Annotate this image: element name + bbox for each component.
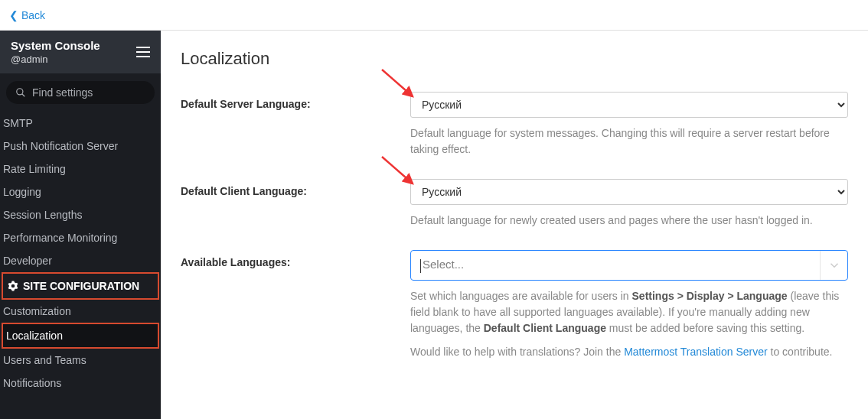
sidebar-item-smtp[interactable]: SMTP bbox=[0, 112, 161, 135]
svg-line-1 bbox=[22, 94, 25, 97]
available-lang-label: Available Languages: bbox=[181, 250, 410, 360]
menu-icon[interactable] bbox=[136, 47, 150, 57]
back-label: Back bbox=[21, 9, 45, 21]
back-link[interactable]: ❮ Back bbox=[0, 0, 868, 31]
content: Localization Default Server Language: Ру… bbox=[161, 31, 868, 419]
sidebar-item-users-teams[interactable]: Users and Teams bbox=[0, 349, 161, 372]
svg-point-0 bbox=[17, 89, 23, 95]
sidebar-item-localization[interactable]: Localization bbox=[3, 324, 158, 347]
sidebar: System Console @admin Find settings SMTP… bbox=[0, 31, 161, 419]
sidebar-item-customization[interactable]: Customization bbox=[0, 300, 161, 323]
sidebar-item-push[interactable]: Push Notification Server bbox=[0, 135, 161, 158]
chevron-down-icon bbox=[827, 258, 841, 272]
sidebar-nav: SMTP Push Notification Server Rate Limit… bbox=[0, 109, 161, 419]
chevron-left-icon: ❮ bbox=[9, 9, 18, 21]
server-lang-help: Default language for system messages. Ch… bbox=[410, 125, 848, 158]
search-input[interactable]: Find settings bbox=[6, 81, 155, 104]
search-placeholder: Find settings bbox=[32, 86, 93, 99]
available-lang-help: Set which languages are available for us… bbox=[410, 288, 848, 336]
search-icon bbox=[15, 87, 26, 98]
sidebar-item-sessions[interactable]: Session Lengths bbox=[0, 203, 161, 226]
translation-server-link[interactable]: Mattermost Translation Server bbox=[624, 346, 768, 358]
sidebar-item-notifications[interactable]: Notifications bbox=[0, 372, 161, 395]
section-head-label: SITE CONFIGURATION bbox=[23, 280, 139, 292]
available-placeholder: Select... bbox=[423, 258, 464, 271]
console-title: System Console bbox=[11, 38, 100, 54]
client-lang-select[interactable]: Русский bbox=[410, 179, 848, 205]
client-lang-label: Default Client Language: bbox=[181, 179, 410, 229]
available-lang-help-2: Would like to help with translations? Jo… bbox=[410, 344, 848, 360]
sidebar-item-logging[interactable]: Logging bbox=[0, 180, 161, 203]
sidebar-item-rate[interactable]: Rate Limiting bbox=[0, 158, 161, 180]
sidebar-section-site-config[interactable]: SITE CONFIGURATION bbox=[3, 274, 158, 298]
sidebar-item-perf[interactable]: Performance Monitoring bbox=[0, 226, 161, 249]
cogs-icon bbox=[8, 281, 18, 291]
server-lang-label: Default Server Language: bbox=[181, 92, 410, 158]
available-lang-select[interactable]: Select... bbox=[410, 250, 848, 281]
page-title: Localization bbox=[181, 49, 848, 69]
client-lang-help: Default language for newly created users… bbox=[410, 213, 848, 229]
sidebar-header: System Console @admin bbox=[0, 31, 161, 73]
dropdown-toggle[interactable] bbox=[820, 251, 847, 280]
console-user: @admin bbox=[11, 54, 100, 67]
server-lang-select[interactable]: Русский bbox=[410, 92, 848, 118]
sidebar-item-developer[interactable]: Developer bbox=[0, 249, 161, 272]
